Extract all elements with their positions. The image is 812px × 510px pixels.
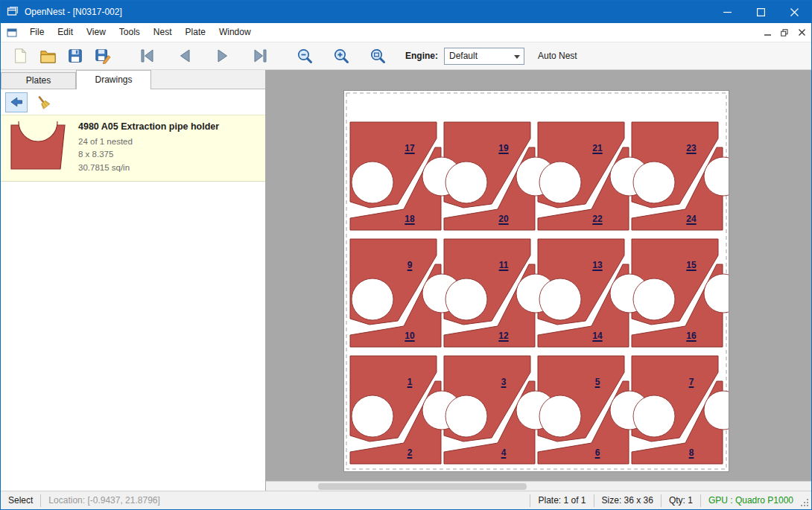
auto-nest-button[interactable]: Auto Nest bbox=[538, 51, 577, 61]
part-number: 21 bbox=[589, 143, 606, 153]
part-cutout-circle bbox=[633, 162, 675, 203]
tab-plates[interactable]: Plates bbox=[1, 72, 76, 89]
minimize-button[interactable] bbox=[711, 1, 744, 23]
first-plate-button[interactable] bbox=[135, 44, 159, 68]
part-number: 11 bbox=[495, 260, 513, 270]
nest-canvas[interactable]: 171819202122232491011121314151612345678 bbox=[266, 70, 811, 491]
part-cutout-circle bbox=[445, 162, 487, 203]
plate: 171819202122232491011121314151612345678 bbox=[343, 90, 729, 472]
last-plate-button[interactable] bbox=[249, 44, 273, 68]
drawing-list-empty-area bbox=[1, 182, 265, 491]
app-window: OpenNest - [N0317-002] File Edit View To… bbox=[0, 0, 812, 510]
drawing-nested-count: 24 of 1 nested bbox=[78, 136, 219, 148]
part-cutout-circle bbox=[352, 162, 393, 203]
part-cutout-circle bbox=[352, 395, 393, 437]
menu-edit[interactable]: Edit bbox=[51, 23, 80, 42]
part-number: 10 bbox=[401, 331, 419, 341]
menu-view[interactable]: View bbox=[80, 23, 112, 42]
part-number: 17 bbox=[401, 143, 419, 153]
part-cutout-circle bbox=[539, 395, 581, 437]
engine-value: Default bbox=[449, 51, 478, 61]
part-number: 23 bbox=[682, 143, 700, 153]
part-number: 13 bbox=[589, 260, 606, 270]
status-plate: Plate: 1 of 1 bbox=[530, 491, 593, 509]
part-thumbnail bbox=[8, 121, 68, 175]
drawing-list-item[interactable]: 4980 A05 Extraction pipe holder 24 of 1 … bbox=[1, 115, 265, 182]
menu-file[interactable]: File bbox=[23, 23, 51, 42]
drawing-size: 8 x 8.375 bbox=[78, 148, 219, 161]
resize-grip[interactable] bbox=[800, 498, 809, 507]
part-number: 16 bbox=[682, 331, 700, 341]
child-close-button[interactable] bbox=[794, 26, 809, 39]
first-arrow-icon bbox=[138, 47, 156, 65]
close-button[interactable] bbox=[778, 1, 811, 23]
new-file-icon bbox=[12, 48, 28, 64]
save-icon bbox=[67, 48, 83, 64]
new-button[interactable] bbox=[8, 44, 32, 68]
part-number: 12 bbox=[495, 331, 513, 341]
part-number: 15 bbox=[682, 260, 700, 270]
part-number: 9 bbox=[401, 260, 419, 270]
zoom-out-button[interactable] bbox=[293, 44, 317, 68]
zoom-in-icon bbox=[332, 47, 350, 65]
document-window-icon[interactable] bbox=[7, 28, 19, 38]
window-title: OpenNest - [N0317-002] bbox=[25, 7, 122, 17]
titlebar: OpenNest - [N0317-002] bbox=[1, 1, 811, 23]
part-cutout-circle bbox=[633, 395, 675, 437]
main-toolbar: Engine: Default Auto Nest bbox=[1, 42, 811, 70]
previous-arrow-icon bbox=[176, 47, 194, 65]
part-cutout-circle bbox=[539, 278, 581, 320]
open-button[interactable] bbox=[36, 44, 60, 68]
child-restore-button[interactable] bbox=[777, 26, 792, 39]
part-cutout-circle bbox=[539, 162, 581, 203]
next-arrow-icon bbox=[214, 47, 232, 65]
zoom-fit-button[interactable] bbox=[366, 44, 390, 68]
child-minimize-button[interactable] bbox=[760, 26, 775, 39]
part-number: 8 bbox=[682, 447, 700, 458]
drawing-item-text: 4980 A05 Extraction pipe holder 24 of 1 … bbox=[78, 121, 219, 175]
part-number: 4 bbox=[495, 447, 513, 458]
menu-window[interactable]: Window bbox=[212, 23, 258, 42]
scrollbar-thumb[interactable] bbox=[318, 483, 527, 490]
part-number: 24 bbox=[682, 214, 700, 224]
drawings-toolbar bbox=[1, 89, 265, 115]
chevron-down-icon bbox=[514, 55, 520, 59]
part-number: 7 bbox=[682, 377, 700, 387]
import-drawing-button[interactable] bbox=[5, 92, 28, 112]
part-number: 20 bbox=[495, 214, 513, 224]
next-plate-button[interactable] bbox=[211, 44, 235, 68]
status-gpu: GPU : Quadro P1000 bbox=[701, 491, 801, 509]
content-area: Plates Drawings 4980 A05 Extraction pipe… bbox=[1, 70, 811, 491]
statusbar: Select Location: [-0.9437, 21.8796] Plat… bbox=[1, 491, 811, 509]
maximize-button[interactable] bbox=[744, 1, 778, 23]
menu-plate[interactable]: Plate bbox=[179, 23, 212, 42]
zoom-fit-icon bbox=[369, 47, 387, 65]
part-number: 3 bbox=[495, 377, 513, 387]
previous-plate-button[interactable] bbox=[173, 44, 197, 68]
zoom-in-button[interactable] bbox=[329, 44, 353, 68]
part-number: 22 bbox=[589, 214, 606, 224]
broom-icon bbox=[36, 95, 51, 109]
save-button[interactable] bbox=[63, 44, 87, 68]
sidebar: Plates Drawings 4980 A05 Extraction pipe… bbox=[1, 70, 266, 491]
tab-drawings[interactable]: Drawings bbox=[76, 70, 151, 89]
status-qty: Qty: 1 bbox=[662, 491, 700, 509]
import-arrow-icon bbox=[9, 95, 24, 109]
app-icon bbox=[7, 6, 19, 18]
status-location: Location: [-0.9437, 21.8796] bbox=[41, 491, 167, 509]
status-size: Size: 36 x 36 bbox=[594, 491, 661, 509]
menu-nest[interactable]: Nest bbox=[147, 23, 179, 42]
canvas-horizontal-scrollbar[interactable] bbox=[266, 481, 811, 491]
part-number: 18 bbox=[401, 214, 419, 224]
engine-select[interactable]: Default bbox=[444, 48, 524, 65]
zoom-out-icon bbox=[296, 47, 314, 65]
menu-tools[interactable]: Tools bbox=[112, 23, 147, 42]
part-cutout-circle bbox=[445, 395, 487, 437]
part-number: 2 bbox=[401, 447, 419, 458]
save-as-button[interactable] bbox=[91, 44, 115, 68]
part-cutout-circle bbox=[352, 278, 393, 320]
last-arrow-icon bbox=[252, 47, 270, 65]
part-number: 5 bbox=[589, 377, 606, 387]
save-edit-icon bbox=[95, 48, 111, 64]
clear-drawings-button[interactable] bbox=[32, 92, 54, 112]
